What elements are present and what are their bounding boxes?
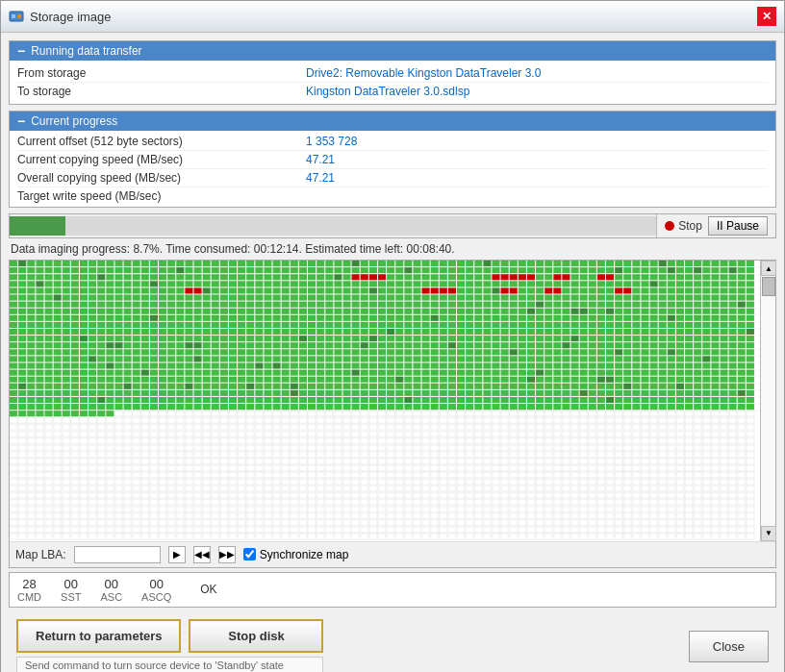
- sst-col: 00 SST: [61, 577, 81, 603]
- map-area: ▲ ▼: [10, 261, 775, 541]
- map-lba-row: Map LBA: ▶ ◀◀ ▶▶ Synchronize map: [10, 541, 775, 567]
- sector-info-bar: 28 CMD 00 SST 00 ASC 00 ASCQ OK: [9, 572, 776, 608]
- bottom-bar: Return to parameters Stop disk Send comm…: [9, 613, 776, 672]
- map-canvas[interactable]: [10, 261, 760, 541]
- current-progress-section: − Current progress Current offset (512 b…: [9, 111, 776, 208]
- scroll-thumb[interactable]: [762, 277, 775, 296]
- map-next-button[interactable]: ▶▶: [218, 546, 236, 563]
- progress-bar-row: Stop II Pause: [9, 213, 776, 238]
- map-lba-input[interactable]: [74, 546, 161, 563]
- from-storage-row: From storage Drive2: Removable Kingston …: [17, 64, 768, 83]
- asc-col: 00 ASC: [100, 577, 122, 603]
- progress-bar-fill: [10, 216, 65, 236]
- current-progress-header: − Current progress: [10, 112, 775, 131]
- window-close-button[interactable]: ✕: [757, 7, 776, 26]
- progress-bar-outer: [10, 216, 656, 236]
- progress-text: Data imaging progress: 8.7%. Time consum…: [9, 242, 776, 256]
- cmd-col: 28 CMD: [17, 577, 41, 603]
- ascq-col: 00 ASCQ: [141, 577, 171, 603]
- window-title: Storage image: [30, 10, 112, 24]
- running-transfer-body: From storage Drive2: Removable Kingston …: [10, 61, 775, 104]
- overall-speed-row: Overall copying speed (MB/sec) 47.21: [17, 169, 768, 187]
- map-prev-button[interactable]: ◀◀: [193, 546, 211, 563]
- svg-rect-1: [12, 14, 15, 18]
- current-progress-body: Current offset (512 byte sectors) 1 353 …: [10, 131, 775, 207]
- close-button[interactable]: Close: [689, 631, 769, 662]
- to-storage-row: To storage Kingston DataTraveler 3.0.sdl…: [17, 83, 768, 100]
- stop-disk-button[interactable]: Stop disk: [189, 619, 323, 653]
- standby-status-text: Send command to turn source device to 'S…: [16, 657, 323, 672]
- running-transfer-header: − Running data transfer: [10, 41, 775, 61]
- bottom-left-area: Return to parameters Stop disk Send comm…: [16, 619, 323, 672]
- running-transfer-section: − Running data transfer From storage Dri…: [9, 40, 776, 105]
- stop-button[interactable]: Stop: [665, 219, 702, 233]
- scroll-up-button[interactable]: ▲: [761, 261, 776, 276]
- content-area: − Running data transfer From storage Dri…: [1, 33, 784, 672]
- vertical-scrollbar[interactable]: ▲ ▼: [760, 261, 775, 541]
- sync-map-label: Synchronize map: [260, 548, 349, 561]
- app-icon: [9, 9, 24, 24]
- sync-map-check[interactable]: Synchronize map: [243, 548, 349, 561]
- copy-speed-row: Current copying speed (MB/sec) 47.21: [17, 151, 768, 169]
- svg-point-2: [17, 14, 21, 18]
- scroll-track: [761, 276, 775, 526]
- stop-icon: [665, 221, 674, 231]
- map-container: ▲ ▼ Map LBA: ▶ ◀◀ ▶▶ Synchronize map: [9, 260, 776, 568]
- scroll-down-button[interactable]: ▼: [761, 526, 776, 541]
- target-write-speed-row: Target write speed (MB/sec): [17, 187, 768, 205]
- progress-controls: Stop II Pause: [656, 214, 775, 237]
- offset-row: Current offset (512 byte sectors) 1 353 …: [17, 133, 768, 151]
- bottom-buttons: Return to parameters Stop disk: [16, 619, 323, 653]
- main-window: Storage image ✕ − Running data transfer …: [0, 0, 785, 672]
- sync-map-checkbox[interactable]: [243, 548, 256, 560]
- pause-button[interactable]: II Pause: [708, 216, 768, 236]
- title-bar: Storage image ✕: [1, 1, 784, 33]
- return-to-parameters-button[interactable]: Return to parameters: [16, 619, 181, 653]
- map-play-button[interactable]: ▶: [168, 546, 186, 563]
